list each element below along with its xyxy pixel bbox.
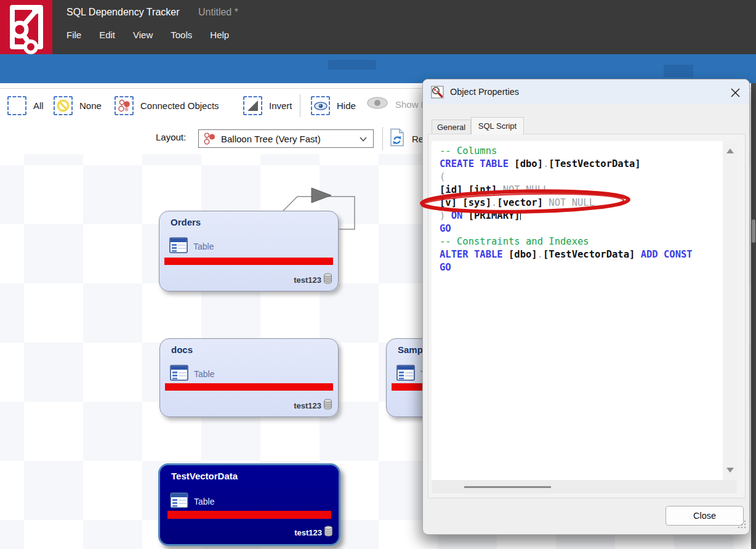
horizontal-scrollbar[interactable] xyxy=(432,480,737,494)
hide-label: Hide xyxy=(337,100,356,111)
document-title: Untitled * xyxy=(198,7,238,18)
window-edge-scrollbar[interactable] xyxy=(751,83,756,549)
redacted-text xyxy=(328,60,376,70)
table-icon xyxy=(169,237,188,256)
select-connected-objects-button[interactable]: Connected Objects xyxy=(115,96,219,115)
node-status-bar xyxy=(164,258,333,265)
show-hidden-eye-icon xyxy=(366,96,388,112)
database-icon xyxy=(323,399,332,413)
node-testvectordata[interactable]: TestVectorData Table test xyxy=(158,463,340,546)
title-bar: SQL Dependency Tracker Untitled * File E… xyxy=(0,0,756,54)
refresh-page-icon xyxy=(389,128,405,149)
vertical-scrollbar[interactable] xyxy=(723,141,737,480)
sql-line: ALTER TABLE [dbo].[TestVectorData] ADD C… xyxy=(440,248,693,261)
horizontal-scrollbar-thumb[interactable] xyxy=(464,486,551,488)
object-properties-icon xyxy=(431,86,444,99)
menu-bar: File Edit View Tools Help xyxy=(66,30,247,40)
dialog-title-bar[interactable]: Object Properties xyxy=(423,79,749,104)
tab-sql-script[interactable]: SQL Script xyxy=(471,117,524,134)
sql-code: -- ColumnsCREATE TABLE [dbo].[TestVector… xyxy=(440,145,693,274)
sql-line: GO xyxy=(440,261,693,274)
node-server-label: test123 xyxy=(294,401,321,410)
hide-button[interactable]: Hide xyxy=(311,96,356,115)
node-type-label: Table xyxy=(194,497,214,506)
node-title: Orders xyxy=(171,217,201,227)
sql-line: GO xyxy=(440,222,693,235)
node-title: Samp xyxy=(398,344,423,355)
refresh-layout-button[interactable]: Re xyxy=(389,128,424,149)
balloon-tree-icon xyxy=(203,132,216,145)
select-none-button[interactable]: None xyxy=(54,96,102,115)
node-title: docs xyxy=(171,344,193,355)
node-title: TestVectorData xyxy=(171,471,238,481)
toolbar-separator xyxy=(382,127,383,150)
sql-line: [v] [sys].[vector] NOT NULL xyxy=(440,197,693,209)
sql-script-textbox[interactable]: -- ColumnsCREATE TABLE [dbo].[TestVector… xyxy=(432,141,737,480)
app-logo-icon xyxy=(0,0,52,54)
node-status-bar xyxy=(167,511,331,519)
table-icon xyxy=(170,492,188,511)
toolbar-separator xyxy=(300,94,300,117)
node-server-label: test123 xyxy=(294,528,322,537)
redacted-text xyxy=(664,65,693,77)
select-none-icon xyxy=(54,96,73,115)
menu-help[interactable]: Help xyxy=(210,30,229,40)
tab-general[interactable]: General xyxy=(432,120,471,134)
layout-dropdown[interactable]: Balloon Tree (Very Fast) xyxy=(198,129,374,148)
sql-line: ( xyxy=(440,171,693,184)
close-button[interactable]: Close xyxy=(666,506,744,526)
sql-line: -- Constraints and Indexes xyxy=(440,235,693,248)
scroll-down-icon[interactable] xyxy=(726,468,734,473)
node-orders[interactable]: Orders Table test123 xyxy=(159,211,339,291)
database-icon xyxy=(324,526,333,540)
table-icon xyxy=(170,365,188,383)
resize-grip[interactable] xyxy=(738,520,746,531)
database-icon xyxy=(323,273,332,287)
select-all-button[interactable]: All xyxy=(7,96,44,115)
connected-objects-label: Connected Objects xyxy=(140,100,219,111)
node-docs[interactable]: docs Table test123 xyxy=(159,338,339,417)
show-hidden-button-disabled: Show H xyxy=(366,96,428,112)
invert-selection-button[interactable]: Invert xyxy=(243,96,292,115)
sql-line: ) ON [PRIMARY] xyxy=(440,209,693,222)
layout-dropdown-value: Balloon Tree (Very Fast) xyxy=(221,134,360,144)
node-type-label: Table xyxy=(194,369,214,379)
close-icon[interactable] xyxy=(728,86,742,99)
object-properties-dialog: Object Properties General SQL Script -- … xyxy=(422,79,750,535)
node-status-bar xyxy=(165,383,333,391)
app-title: SQL Dependency Tracker xyxy=(66,7,180,18)
hide-eye-icon xyxy=(311,96,330,115)
menu-edit[interactable]: Edit xyxy=(99,30,115,40)
dialog-title: Object Properties xyxy=(450,87,519,97)
sql-dependency-tracker-window: SQL Dependency Tracker Untitled * File E… xyxy=(0,0,756,549)
connected-objects-icon xyxy=(115,96,134,115)
invert-icon xyxy=(243,96,262,115)
scrollbar-thumb[interactable] xyxy=(752,219,755,243)
sql-line: [id] [int] NOT NULL, xyxy=(440,184,693,197)
select-all-label: All xyxy=(33,100,44,111)
node-type-label: Table xyxy=(193,242,214,251)
node-server-label: test123 xyxy=(294,275,321,285)
layout-label: Layout: xyxy=(156,132,186,142)
sql-line: -- Columns xyxy=(440,145,693,158)
chevron-down-icon xyxy=(360,133,367,144)
menu-view[interactable]: View xyxy=(133,30,153,40)
select-none-label: None xyxy=(79,100,102,111)
sql-line: CREATE TABLE [dbo].[TestVectorData] xyxy=(440,158,693,171)
select-all-icon xyxy=(7,96,26,115)
invert-label: Invert xyxy=(269,100,292,111)
scroll-up-icon[interactable] xyxy=(726,148,734,153)
menu-file[interactable]: File xyxy=(66,30,81,40)
menu-tools[interactable]: Tools xyxy=(171,30,192,40)
table-icon xyxy=(396,365,415,383)
